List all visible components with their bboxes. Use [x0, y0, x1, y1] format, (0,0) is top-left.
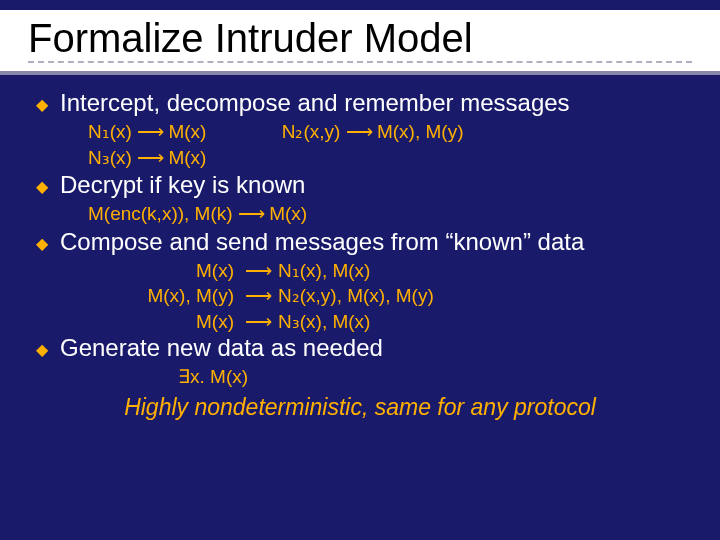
bullet-list: ◆ Intercept, decompose and remember mess…: [28, 89, 692, 388]
rule-lhs: N₃(x): [88, 147, 132, 168]
rule-lhs: M(x), M(y): [88, 284, 238, 308]
rule-line: M(enc(k,x)), M(k) ⟶ M(x): [88, 202, 692, 226]
rule-rhs: M(x): [168, 121, 206, 142]
rule-lhs: N₂(x,y): [282, 121, 341, 142]
bullet-text: Generate new data as needed: [60, 334, 383, 363]
rule-line: ∃x. M(x): [88, 365, 692, 389]
rule-grid: M(x) ⟶ N₁(x), M(x) M(x), M(y) ⟶ N₂(x,y),…: [88, 259, 692, 334]
arrow-icon: ⟶: [238, 284, 278, 308]
rule-rhs: M(x), M(y): [377, 121, 464, 142]
slide: Formalize Intruder Model ◆ Intercept, de…: [0, 0, 720, 540]
rule-col2: N₂(x,y) ⟶ M(x), M(y): [282, 120, 464, 144]
arrow-icon: ⟶: [346, 121, 372, 142]
rule-rhs: N₃(x), M(x): [278, 310, 692, 334]
diamond-bullet-icon: ◆: [36, 234, 48, 253]
arrow-icon: ⟶: [238, 203, 264, 224]
diamond-bullet-icon: ◆: [36, 95, 48, 114]
slide-title: Formalize Intruder Model: [28, 16, 710, 61]
bullet-item: ◆ Compose and send messages from “known”…: [28, 228, 692, 257]
rule-rhs: M(x): [168, 147, 206, 168]
arrow-icon: ⟶: [238, 310, 278, 334]
rule-lhs: M(x): [88, 259, 238, 283]
diamond-bullet-icon: ◆: [36, 177, 48, 196]
arrow-icon: ⟶: [137, 121, 163, 142]
rule-line: N₁(x) ⟶ M(x) N₂(x,y) ⟶ M(x), M(y): [88, 120, 692, 144]
title-area: Formalize Intruder Model: [0, 10, 720, 75]
rule-plain: ∃x. M(x): [178, 366, 248, 387]
rule-rhs: N₁(x), M(x): [278, 259, 692, 283]
rule-line: N₃(x) ⟶ M(x): [88, 146, 692, 170]
bullet-item: ◆ Intercept, decompose and remember mess…: [28, 89, 692, 118]
rule-lhs: M(x): [88, 310, 238, 334]
rule-lhs: N₁(x): [88, 121, 132, 142]
bullet-text: Intercept, decompose and remember messag…: [60, 89, 570, 118]
bullet-item: ◆ Decrypt if key is known: [28, 171, 692, 200]
title-underline: [28, 61, 692, 63]
rule-lhs: M(enc(k,x)), M(k): [88, 203, 233, 224]
arrow-icon: ⟶: [137, 147, 163, 168]
bullet-text: Decrypt if key is known: [60, 171, 305, 200]
rule-rhs: N₂(x,y), M(x), M(y): [278, 284, 692, 308]
diamond-bullet-icon: ◆: [36, 340, 48, 359]
bullet-text: Compose and send messages from “known” d…: [60, 228, 584, 257]
rule-rhs: M(x): [269, 203, 307, 224]
arrow-icon: ⟶: [238, 259, 278, 283]
footer-note: Highly nondeterministic, same for any pr…: [28, 394, 692, 421]
bullet-item: ◆ Generate new data as needed: [28, 334, 692, 363]
